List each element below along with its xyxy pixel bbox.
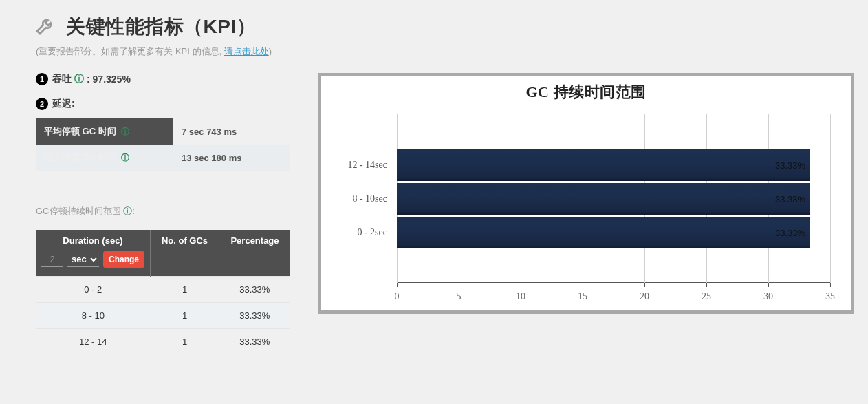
chart-title: GC 持续时间范围 (321, 82, 851, 103)
latency-line: 2 延迟: (36, 98, 297, 110)
chart-x-tick: 0 (395, 291, 400, 302)
cell-range: 0 - 2 (36, 277, 151, 303)
chart-x-tick: 25 (702, 291, 711, 302)
chart-bar-value: 33.33% (775, 193, 805, 204)
latency-badge: 2 (36, 98, 48, 110)
chart-x-tick: 15 (578, 291, 587, 302)
latency-label: 延迟: (52, 98, 75, 110)
chart-y-label: 8 - 10sec (352, 193, 397, 204)
pause-range-table: Duration (sec) sec Change No. of GCs Per… (36, 230, 290, 354)
max-pause-value: 13 sec 180 ms (173, 145, 290, 171)
cell-pct: 33.33% (219, 277, 290, 303)
latency-metrics-table: 平均停顿 GC 时间 ⓘ 7 sec 743 ms 最大停顿 GC 时间 ⓘ 1… (36, 118, 290, 171)
cell-count: 1 (151, 329, 219, 355)
gc-duration-chart: GC 持续时间范围 0510152025303512 - 14sec33.33%… (318, 73, 854, 314)
subtitle-suffix: ) (269, 46, 272, 56)
page-title: 关键性能指标（KPI） (66, 14, 256, 40)
subtitle-prefix: (重要报告部分。如需了解更多有关 KPI 的信息, (36, 46, 224, 56)
chart-bar-value: 33.33% (775, 160, 805, 170)
wrench-icon (34, 14, 56, 39)
page-title-row: 关键性能指标（KPI） (34, 14, 861, 40)
throughput-value: 97.325% (93, 74, 131, 85)
kpi-info-link[interactable]: 请点击此处 (224, 46, 269, 56)
duration-unit-select[interactable]: sec (67, 252, 99, 267)
pause-range-help-icon[interactable]: ⓘ (123, 206, 132, 216)
duration-input[interactable] (41, 252, 63, 267)
chart-x-tick: 35 (825, 291, 835, 302)
cell-pct: 33.33% (219, 303, 290, 329)
cell-pct: 33.33% (219, 329, 290, 355)
chart-x-tick: 20 (640, 291, 649, 302)
pause-range-section-label: GC停顿持续时间范围 ⓘ: (36, 205, 297, 217)
cell-range: 8 - 10 (36, 303, 151, 329)
max-pause-label: 最大停顿 GC 时间 ⓘ (36, 145, 173, 171)
avg-pause-label: 平均停顿 GC 时间 ⓘ (36, 118, 173, 145)
throughput-badge: 1 (36, 73, 48, 85)
chart-y-label: 0 - 2sec (357, 227, 397, 238)
avg-pause-help-icon[interactable]: ⓘ (121, 127, 129, 136)
table-row: 12 - 14133.33% (36, 329, 290, 355)
cell-count: 1 (151, 303, 219, 329)
chart-bar-value: 33.33% (775, 227, 805, 237)
chart-bar: 33.33% (397, 183, 810, 215)
col-percentage: Percentage (219, 230, 290, 277)
chart-x-tick: 10 (516, 291, 525, 302)
max-pause-help-icon[interactable]: ⓘ (121, 153, 129, 162)
col-duration: Duration (sec) sec Change (36, 230, 151, 277)
chart-x-tick: 30 (763, 291, 773, 302)
change-button[interactable]: Change (103, 251, 144, 268)
cell-range: 12 - 14 (36, 329, 151, 355)
page-subtitle: (重要报告部分。如需了解更多有关 KPI 的信息, 请点击此处) (36, 45, 861, 58)
throughput-help-icon[interactable]: ⓘ (74, 73, 84, 85)
chart-x-tick: 5 (457, 291, 462, 302)
col-count: No. of GCs (151, 230, 219, 277)
throughput-label: 吞吐 (52, 73, 72, 85)
cell-count: 1 (151, 277, 219, 303)
chart-bar: 33.33% (397, 217, 810, 248)
table-row: 8 - 10133.33% (36, 303, 290, 329)
throughput-line: 1 吞吐 ⓘ : 97.325% (36, 73, 297, 85)
avg-pause-value: 7 sec 743 ms (173, 118, 290, 145)
chart-y-label: 12 - 14sec (347, 160, 397, 171)
table-row: 0 - 2133.33% (36, 277, 290, 303)
chart-bar: 33.33% (397, 149, 810, 181)
